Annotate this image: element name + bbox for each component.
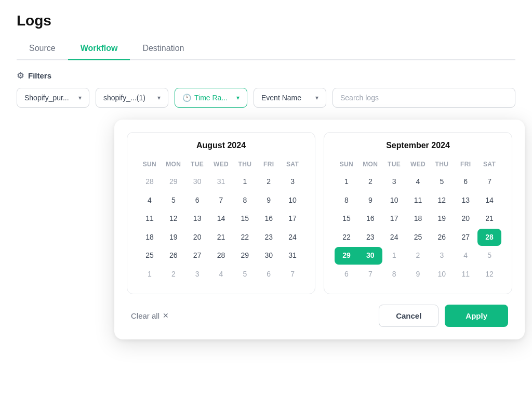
sep-day-10[interactable]: 10 <box>382 192 406 209</box>
sep-day-22[interactable]: 22 <box>335 229 358 246</box>
sep-day-5[interactable]: 5 <box>430 173 454 191</box>
tabs-container: Source Workflow Destination <box>17 37 515 60</box>
aug-day-11[interactable]: 11 <box>138 210 162 228</box>
aug-day-3[interactable]: 3 <box>281 173 304 191</box>
sep-day-1[interactable]: 1 <box>335 173 358 191</box>
aug-day-30-prev[interactable]: 30 <box>185 173 209 191</box>
tab-destination[interactable]: Destination <box>130 37 196 60</box>
sep-day-20[interactable]: 20 <box>454 210 477 228</box>
aug-day-2[interactable]: 2 <box>257 173 281 191</box>
sep-day-26[interactable]: 26 <box>430 229 454 246</box>
aug-day-18[interactable]: 18 <box>138 229 162 246</box>
sep-day-3[interactable]: 3 <box>382 173 406 191</box>
aug-day-19[interactable]: 19 <box>162 229 185 246</box>
aug-day-23[interactable]: 23 <box>257 229 281 246</box>
aug-day-20[interactable]: 20 <box>185 229 209 246</box>
august-title: August 2024 <box>138 141 304 150</box>
sep-day-28-selected[interactable]: 28 <box>477 229 501 246</box>
aug-day-5-next[interactable]: 5 <box>233 266 257 283</box>
sep-day-24[interactable]: 24 <box>382 229 406 246</box>
aug-day-29[interactable]: 29 <box>233 247 257 265</box>
aug-day-3-next[interactable]: 3 <box>185 266 209 283</box>
aug-day-15[interactable]: 15 <box>233 210 257 228</box>
time-range-dropdown[interactable]: 🕐 Time Ra... ▾ <box>175 88 247 108</box>
sep-day-6-next[interactable]: 6 <box>335 266 358 283</box>
sep-day-11-next[interactable]: 11 <box>454 266 477 283</box>
aug-day-26[interactable]: 26 <box>162 247 185 265</box>
cancel-button[interactable]: Cancel <box>379 305 438 327</box>
sep-day-7-next[interactable]: 7 <box>358 266 382 283</box>
sep-day-8[interactable]: 8 <box>335 192 358 209</box>
clear-all-button[interactable]: Clear all ✕ <box>131 311 169 320</box>
sep-day-1-next[interactable]: 1 <box>382 247 406 265</box>
sep-day-11[interactable]: 11 <box>406 192 430 209</box>
sep-day-9[interactable]: 9 <box>358 192 382 209</box>
time-chevron-icon: ▾ <box>236 94 240 101</box>
aug-day-12[interactable]: 12 <box>162 210 185 228</box>
aug-day-31-prev[interactable]: 31 <box>209 173 233 191</box>
aug-day-1-next[interactable]: 1 <box>138 266 162 283</box>
aug-day-8[interactable]: 8 <box>233 192 257 209</box>
sep-day-5-next[interactable]: 5 <box>477 247 501 265</box>
sep-day-29-range-start[interactable]: 29 <box>335 247 358 265</box>
sep-day-18[interactable]: 18 <box>406 210 430 228</box>
sep-day-15[interactable]: 15 <box>335 210 358 228</box>
sep-day-8-next[interactable]: 8 <box>382 266 406 283</box>
sep-day-6[interactable]: 6 <box>454 173 477 191</box>
sep-day-7[interactable]: 7 <box>477 173 501 191</box>
aug-day-13[interactable]: 13 <box>185 210 209 228</box>
aug-day-25[interactable]: 25 <box>138 247 162 265</box>
aug-day-28[interactable]: 28 <box>209 247 233 265</box>
sep-day-27[interactable]: 27 <box>454 229 477 246</box>
sep-day-23[interactable]: 23 <box>358 229 382 246</box>
sep-day-2[interactable]: 2 <box>358 173 382 191</box>
aug-day-27[interactable]: 27 <box>185 247 209 265</box>
sep-day-19[interactable]: 19 <box>430 210 454 228</box>
sep-day-16[interactable]: 16 <box>358 210 382 228</box>
aug-day-1[interactable]: 1 <box>233 173 257 191</box>
sep-day-25[interactable]: 25 <box>406 229 430 246</box>
sep-day-4-next[interactable]: 4 <box>454 247 477 265</box>
aug-day-5[interactable]: 5 <box>162 192 185 209</box>
sep-day-12[interactable]: 12 <box>430 192 454 209</box>
aug-day-2-next[interactable]: 2 <box>162 266 185 283</box>
sep-day-2-next[interactable]: 2 <box>406 247 430 265</box>
aug-day-30[interactable]: 30 <box>257 247 281 265</box>
sep-day-30-range-end[interactable]: 30 <box>358 247 382 265</box>
aug-day-4-next[interactable]: 4 <box>209 266 233 283</box>
search-logs-input[interactable]: Search logs <box>332 88 515 108</box>
apply-button[interactable]: Apply <box>445 305 508 327</box>
shopify-filter-dropdown[interactable]: shopify_...(1) ▾ <box>96 88 168 108</box>
tab-workflow[interactable]: Workflow <box>68 37 130 60</box>
aug-day-22[interactable]: 22 <box>233 229 257 246</box>
event-name-dropdown[interactable]: Event Name ▾ <box>254 88 326 108</box>
aug-day-28-prev[interactable]: 28 <box>138 173 162 191</box>
aug-dow-mon: MON <box>162 159 185 172</box>
sep-day-9-next[interactable]: 9 <box>406 266 430 283</box>
sep-day-17[interactable]: 17 <box>382 210 406 228</box>
source-filter-dropdown[interactable]: Shopify_pur... ▾ <box>17 88 89 108</box>
sep-day-3-next[interactable]: 3 <box>430 247 454 265</box>
aug-day-10[interactable]: 10 <box>281 192 304 209</box>
tab-source[interactable]: Source <box>17 37 68 60</box>
sep-day-14[interactable]: 14 <box>477 192 501 209</box>
aug-day-4[interactable]: 4 <box>138 192 162 209</box>
aug-day-6[interactable]: 6 <box>185 192 209 209</box>
sep-day-13[interactable]: 13 <box>454 192 477 209</box>
clear-all-x-icon: ✕ <box>163 311 169 320</box>
aug-day-7[interactable]: 7 <box>209 192 233 209</box>
aug-day-6-next[interactable]: 6 <box>257 266 281 283</box>
sep-day-10-next[interactable]: 10 <box>430 266 454 283</box>
aug-day-16[interactable]: 16 <box>257 210 281 228</box>
aug-day-7-next[interactable]: 7 <box>281 266 304 283</box>
aug-day-21[interactable]: 21 <box>209 229 233 246</box>
sep-day-21[interactable]: 21 <box>477 210 501 228</box>
sep-day-4[interactable]: 4 <box>406 173 430 191</box>
aug-day-14[interactable]: 14 <box>209 210 233 228</box>
aug-day-31[interactable]: 31 <box>281 247 304 265</box>
aug-day-24[interactable]: 24 <box>281 229 304 246</box>
aug-day-29-prev[interactable]: 29 <box>162 173 185 191</box>
aug-day-17[interactable]: 17 <box>281 210 304 228</box>
sep-day-12-next[interactable]: 12 <box>477 266 501 283</box>
aug-day-9[interactable]: 9 <box>257 192 281 209</box>
